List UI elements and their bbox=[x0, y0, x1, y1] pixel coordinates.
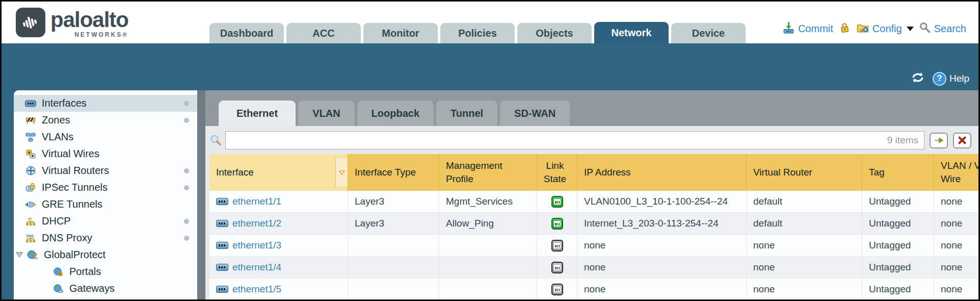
interface-link[interactable]: ethernet1/5 bbox=[232, 284, 281, 295]
apply-filter-button[interactable] bbox=[930, 133, 948, 148]
column-header-interface-type[interactable]: Interface Type bbox=[348, 154, 439, 191]
ip-cell: Internet_L3_203-0-113-254--24 bbox=[577, 213, 747, 235]
link-state-up-icon bbox=[551, 196, 563, 208]
column-header-tag[interactable]: Tag bbox=[862, 154, 934, 191]
dns-proxy-icon: DNS bbox=[24, 233, 37, 243]
expander-triangle-icon[interactable] bbox=[16, 252, 26, 258]
column-label: IP Address bbox=[584, 166, 742, 179]
refresh-icon[interactable] bbox=[910, 71, 925, 86]
table-row[interactable]: ethernet1/1 Layer3 Mgmt_Services VLAN010… bbox=[209, 191, 978, 213]
interface-link[interactable]: ethernet1/1 bbox=[232, 196, 281, 207]
sidebar-scrollbar[interactable] bbox=[197, 90, 205, 299]
app-window: paloalto NETWORKS® Dashboard ACC Monitor… bbox=[0, 0, 980, 301]
subtab-loopback[interactable]: Loopback bbox=[357, 101, 434, 126]
tab-device[interactable]: Device bbox=[671, 23, 746, 43]
link-state-cell bbox=[537, 213, 577, 235]
vr-cell: none bbox=[747, 235, 862, 257]
help-icon[interactable]: ? bbox=[933, 72, 946, 86]
sidebar-item-interfaces[interactable]: Interfaces bbox=[14, 95, 197, 112]
paloalto-logo: paloalto NETWORKS® bbox=[16, 8, 128, 38]
tag-cell: Untagged bbox=[862, 235, 934, 257]
table-row[interactable]: ethernet1/4 none none Untagged none bbox=[209, 257, 978, 279]
portals-icon bbox=[51, 267, 65, 277]
sidebar-item-label: Portals bbox=[69, 266, 101, 278]
sidebar-item-vlans[interactable]: VLANs bbox=[14, 129, 197, 145]
subtab-tunnel[interactable]: Tunnel bbox=[436, 101, 497, 126]
column-menu-dropdown[interactable] bbox=[335, 158, 348, 187]
vlans-icon bbox=[24, 133, 37, 142]
tag-cell: Untagged bbox=[862, 191, 934, 213]
column-header-link-state[interactable]: Link State bbox=[537, 154, 577, 191]
sidebar-item-virtual-wires[interactable]: Virtual Wires bbox=[14, 145, 197, 162]
interface-link[interactable]: ethernet1/4 bbox=[232, 262, 281, 273]
table-row[interactable]: ethernet1/5 none none Untagged none bbox=[209, 279, 978, 299]
sidebar-item-virtual-routers[interactable]: Virtual Routers bbox=[14, 162, 197, 179]
filter-input[interactable] bbox=[225, 131, 924, 149]
interface-link[interactable]: ethernet1/2 bbox=[232, 218, 281, 229]
commit-button[interactable]: Commit bbox=[782, 21, 833, 37]
paloalto-logo-icon bbox=[16, 8, 45, 37]
ethernet-interface-icon bbox=[216, 286, 228, 293]
sidebar-item-ipsec-tunnels[interactable]: IPSec Tunnels bbox=[14, 179, 197, 196]
virtual-routers-icon bbox=[24, 166, 37, 175]
column-header-virtual-router[interactable]: Virtual Router bbox=[747, 154, 862, 191]
sidebar-item-gre-tunnels[interactable]: GRE Tunnels bbox=[14, 196, 197, 213]
sidebar-item-gateways[interactable]: Gateways bbox=[14, 280, 197, 297]
ethernet-panel: 9 items bbox=[205, 126, 978, 299]
sidebar-item-dns-proxy[interactable]: DNS DNS Proxy bbox=[14, 230, 197, 246]
content-region: Interfaces Zones bbox=[2, 90, 978, 299]
sidebar-item-label: Virtual Wires bbox=[42, 148, 99, 160]
profile-cell bbox=[439, 279, 537, 299]
gateways-icon bbox=[51, 284, 65, 293]
profile-cell: Mgmt_Services bbox=[439, 191, 537, 213]
svg-text:DNS: DNS bbox=[27, 234, 34, 238]
commit-icon bbox=[782, 21, 796, 37]
column-label: Management bbox=[446, 159, 533, 172]
tag-cell: Untagged bbox=[862, 257, 934, 279]
tab-monitor[interactable]: Monitor bbox=[363, 23, 438, 43]
lock-button[interactable] bbox=[838, 21, 851, 37]
tab-dashboard[interactable]: Dashboard bbox=[209, 23, 284, 43]
subtab-sdwan[interactable]: SD-WAN bbox=[500, 101, 570, 126]
sidebar-item-label: GRE Tunnels bbox=[42, 198, 102, 210]
subtab-vlan[interactable]: VLAN bbox=[298, 101, 354, 126]
link-state-unknown-icon bbox=[551, 240, 563, 252]
interface-cell: ethernet1/5 bbox=[209, 279, 348, 299]
tag-cell: Untagged bbox=[862, 213, 934, 235]
tab-policies[interactable]: Policies bbox=[440, 23, 515, 43]
ethernet-interface-icon bbox=[216, 220, 228, 227]
column-header-interface[interactable]: Interface bbox=[209, 154, 348, 191]
sidebar-item-dhcp[interactable]: IP DHCP bbox=[14, 213, 197, 230]
tab-acc[interactable]: ACC bbox=[286, 23, 361, 43]
table-row[interactable]: ethernet1/3 none none Untagged none bbox=[209, 235, 978, 257]
vr-cell: default bbox=[747, 191, 862, 213]
dhcp-icon: IP bbox=[24, 216, 37, 227]
link-state-up-icon bbox=[551, 218, 563, 230]
subtab-ethernet[interactable]: Ethernet bbox=[219, 101, 296, 126]
interface-link[interactable]: ethernet1/3 bbox=[232, 240, 281, 251]
tab-objects[interactable]: Objects bbox=[517, 23, 592, 43]
column-header-management-profile[interactable]: Management Profile bbox=[439, 154, 537, 191]
column-label: Interface bbox=[216, 166, 335, 179]
search-button[interactable]: Search bbox=[918, 21, 966, 37]
help-label[interactable]: Help bbox=[949, 73, 969, 84]
column-label: Interface Type bbox=[355, 166, 435, 179]
item-dot bbox=[184, 168, 189, 173]
chevron-down-icon bbox=[907, 27, 914, 31]
column-header-vlan-virtual-wire[interactable]: VLAN / Virtual Wire bbox=[934, 154, 978, 191]
sidebar-item-zones[interactable]: Zones bbox=[14, 112, 197, 129]
item-dot bbox=[184, 101, 189, 106]
column-header-ip-address[interactable]: IP Address bbox=[577, 154, 747, 191]
tab-network[interactable]: Network bbox=[594, 22, 669, 43]
interfaces-table: Interface Interface Type Management bbox=[209, 154, 978, 299]
table-row[interactable]: ethernet1/2 Layer3 Allow_Ping Internet_L… bbox=[209, 213, 978, 235]
item-dot bbox=[184, 185, 189, 190]
interface-subtabs: Ethernet VLAN Loopback Tunnel SD-WAN bbox=[219, 101, 570, 126]
ip-cell: none bbox=[577, 279, 747, 299]
clear-filter-button[interactable] bbox=[953, 133, 971, 148]
sub-header-band: ? Help bbox=[2, 43, 978, 90]
sidebar-item-globalprotect[interactable]: GlobalProtect bbox=[14, 246, 197, 263]
sidebar-item-portals[interactable]: Portals bbox=[14, 263, 197, 280]
filter-row: 9 items bbox=[208, 129, 978, 152]
config-dropdown[interactable]: Config bbox=[856, 20, 914, 37]
